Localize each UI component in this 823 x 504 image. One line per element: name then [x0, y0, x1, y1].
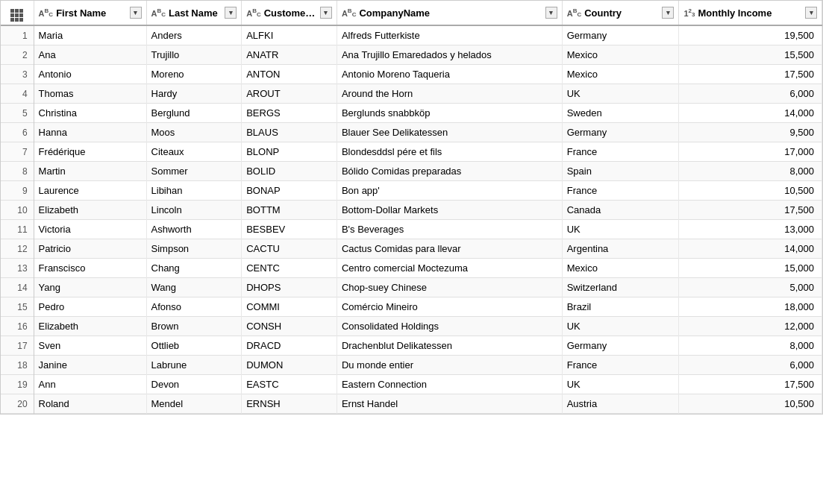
companyname-header[interactable]: ABC CompanyName ▾	[337, 1, 562, 25]
cell-country: Mexico	[562, 45, 679, 65]
cell-firstname: Ann	[34, 375, 146, 394]
country-filter-button[interactable]: ▾	[662, 7, 674, 19]
numeric-type-icon: 123	[683, 7, 695, 18]
cell-income: 17,500	[679, 201, 822, 220]
cell-income: 6,000	[679, 356, 822, 375]
cell-customerid: DRACD	[242, 336, 337, 356]
cell-companyname: Du monde entier	[337, 356, 562, 375]
cell-companyname: Cactus Comidas para llevar	[337, 239, 562, 259]
income-header[interactable]: 123 Monthly Income ▾	[679, 1, 822, 25]
cell-companyname: Around the Horn	[337, 84, 562, 104]
companyname-filter-button[interactable]: ▾	[545, 7, 557, 19]
row-number: 3	[1, 65, 34, 84]
lastname-filter-button[interactable]: ▾	[225, 7, 237, 19]
grid-icon	[10, 9, 23, 22]
cell-companyname: Bon app'	[337, 181, 562, 201]
table-row: 19AnnDevonEASTCEastern ConnectionUK17,50…	[1, 375, 822, 394]
cell-income: 8,000	[679, 336, 822, 356]
firstname-header[interactable]: ABC First Name ▾	[34, 1, 146, 25]
row-number: 15	[1, 297, 34, 317]
table-row: 10ElizabethLincolnBOTTMBottom-Dollar Mar…	[1, 201, 822, 220]
cell-companyname: Consolidated Holdings	[337, 317, 562, 336]
row-number: 1	[1, 25, 34, 45]
customerid-header[interactable]: ABC CustomerID ▾	[242, 1, 337, 25]
row-number: 18	[1, 356, 34, 375]
table-row: 13FransciscoChangCENTCCentro comercial M…	[1, 259, 822, 278]
cell-country: UK	[562, 220, 679, 239]
cell-lastname: Libihan	[146, 181, 242, 201]
table-row: 5ChristinaBerglundBERGSBerglunds snabbkö…	[1, 104, 822, 123]
cell-lastname: Moreno	[146, 65, 242, 84]
cell-companyname: Blondesddsl pére et fils	[337, 142, 562, 162]
cell-income: 18,000	[679, 297, 822, 317]
text-type-icon-2: ABC	[151, 7, 166, 18]
cell-customerid: ANTON	[242, 65, 337, 84]
cell-customerid: ANATR	[242, 45, 337, 65]
cell-customerid: BESBEV	[242, 220, 337, 239]
cell-income: 17,000	[679, 142, 822, 162]
cell-firstname: Frédérique	[34, 142, 146, 162]
cell-lastname: Berglund	[146, 104, 242, 123]
table-row: 11VictoriaAshworthBESBEVB's BeveragesUK1…	[1, 220, 822, 239]
cell-income: 10,500	[679, 394, 822, 414]
cell-firstname: Ana	[34, 45, 146, 65]
text-type-icon-5: ABC	[567, 7, 582, 18]
cell-firstname: Christina	[34, 104, 146, 123]
cell-companyname: Ernst Handel	[337, 394, 562, 414]
cell-companyname: B's Beverages	[337, 220, 562, 239]
cell-income: 19,500	[679, 25, 822, 45]
cell-country: France	[562, 142, 679, 162]
income-header-label: Monthly Income	[698, 7, 802, 19]
cell-income: 5,000	[679, 278, 822, 297]
firstname-filter-button[interactable]: ▾	[130, 7, 142, 19]
cell-income: 13,000	[679, 220, 822, 239]
cell-customerid: EASTC	[242, 375, 337, 394]
cell-companyname: Bottom-Dollar Markets	[337, 201, 562, 220]
cell-income: 10,500	[679, 181, 822, 201]
table-row: 18JanineLabruneDUMONDu monde entierFranc…	[1, 356, 822, 375]
row-number: 16	[1, 317, 34, 336]
cell-income: 15,000	[679, 259, 822, 278]
data-table: ABC First Name ▾ ABC Last Name ▾ ABC	[0, 0, 823, 415]
cell-income: 12,000	[679, 317, 822, 336]
cell-lastname: Brown	[146, 317, 242, 336]
cell-lastname: Chang	[146, 259, 242, 278]
cell-customerid: DUMON	[242, 356, 337, 375]
cell-customerid: DHOPS	[242, 278, 337, 297]
cell-country: Mexico	[562, 65, 679, 84]
row-number: 17	[1, 336, 34, 356]
cell-country: Switzerland	[562, 278, 679, 297]
country-header[interactable]: ABC Country ▾	[562, 1, 679, 25]
cell-firstname: Laurence	[34, 181, 146, 201]
cell-country: Germany	[562, 123, 679, 142]
cell-firstname: Pedro	[34, 297, 146, 317]
text-type-icon-4: ABC	[342, 7, 357, 18]
customerid-filter-button[interactable]: ▾	[320, 7, 332, 19]
table-row: 7FrédériqueCiteauxBLONPBlondesddsl pére …	[1, 142, 822, 162]
cell-companyname: Alfreds Futterkiste	[337, 25, 562, 45]
cell-lastname: Sommer	[146, 162, 242, 181]
row-number: 14	[1, 278, 34, 297]
cell-lastname: Citeaux	[146, 142, 242, 162]
row-number: 12	[1, 239, 34, 259]
cell-customerid: AROUT	[242, 84, 337, 104]
cell-firstname: Victoria	[34, 220, 146, 239]
income-filter-button[interactable]: ▾	[805, 7, 817, 19]
cell-firstname: Maria	[34, 25, 146, 45]
cell-income: 9,500	[679, 123, 822, 142]
cell-customerid: CACTU	[242, 239, 337, 259]
cell-firstname: Roland	[34, 394, 146, 414]
cell-companyname: Eastern Connection	[337, 375, 562, 394]
country-header-label: Country	[584, 7, 659, 19]
cell-companyname: Antonio Moreno Taqueria	[337, 65, 562, 84]
cell-customerid: BOTTM	[242, 201, 337, 220]
cell-firstname: Elizabeth	[34, 201, 146, 220]
cell-customerid: CENTC	[242, 259, 337, 278]
table-row: 14YangWangDHOPSChop-suey ChineseSwitzerl…	[1, 278, 822, 297]
lastname-header[interactable]: ABC Last Name ▾	[146, 1, 242, 25]
row-number: 19	[1, 375, 34, 394]
cell-customerid: CONSH	[242, 317, 337, 336]
text-type-icon: ABC	[39, 7, 54, 18]
cell-income: 14,000	[679, 104, 822, 123]
cell-country: Sweden	[562, 104, 679, 123]
